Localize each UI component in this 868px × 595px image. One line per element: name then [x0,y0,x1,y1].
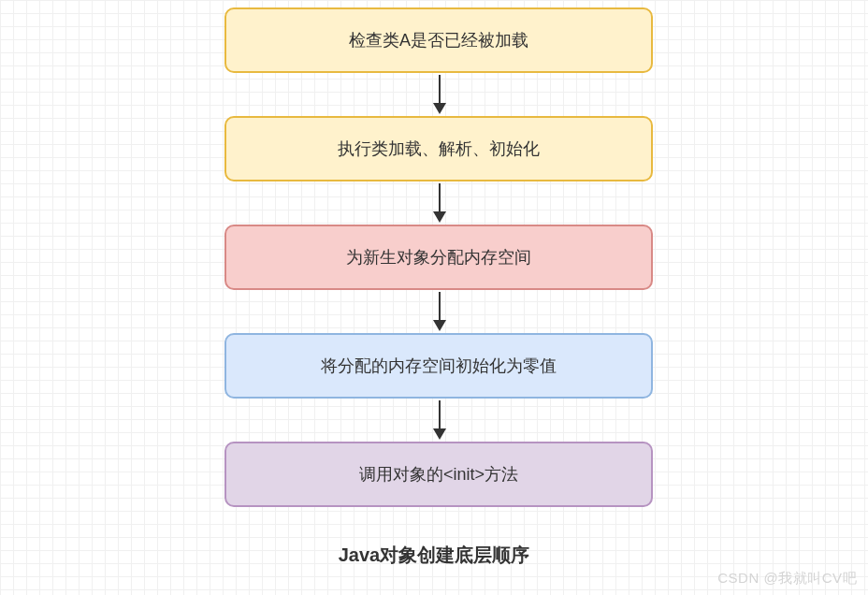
node-label: 为新生对象分配内存空间 [346,246,531,268]
flowchart-node-load-resolve-init: 执行类加载、解析、初始化 [224,116,653,181]
arrow-down-icon [439,183,441,213]
flowchart-title: Java对象创建底层顺序 [0,543,868,568]
arrow-down-icon [439,75,441,105]
flowchart-container: 检查类A是否已经被加载 执行类加载、解析、初始化 为新生对象分配内存空间 将分配… [0,0,868,595]
flowchart-node-allocate-memory: 为新生对象分配内存空间 [224,225,653,290]
arrow-down-icon [439,400,441,430]
flowchart-node-check-loaded: 检查类A是否已经被加载 [224,7,653,73]
node-label: 检查类A是否已经被加载 [349,29,528,51]
watermark-text: CSDN @我就叫CV吧 [717,570,857,588]
flowchart-node-zero-init: 将分配的内存空间初始化为零值 [224,333,653,399]
node-label: 将分配的内存空间初始化为零值 [321,355,557,377]
flowchart-node-call-init: 调用对象的<init>方法 [224,442,653,507]
node-label: 调用对象的<init>方法 [359,463,518,486]
arrow-down-icon [439,292,441,322]
node-label: 执行类加载、解析、初始化 [338,138,540,160]
